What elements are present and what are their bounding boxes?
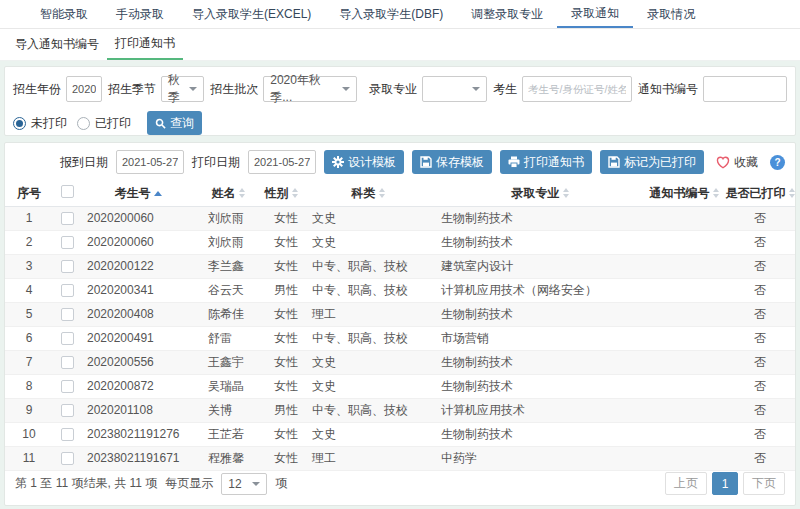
row-checkbox-cell bbox=[53, 422, 81, 446]
year-input[interactable] bbox=[66, 76, 102, 102]
row-checkbox-cell bbox=[53, 350, 81, 374]
sub-tab-1[interactable]: 导入通知书编号 bbox=[7, 29, 107, 60]
name-cell: 舒雷 bbox=[195, 326, 261, 350]
column-label: 录取专业 bbox=[512, 185, 560, 202]
major-select[interactable] bbox=[422, 76, 487, 102]
row-checkbox[interactable] bbox=[61, 284, 74, 297]
column-header[interactable]: 录取专业 bbox=[435, 181, 645, 206]
batch-select[interactable]: 2020年秋季... bbox=[263, 76, 357, 102]
printed-cell: 否 bbox=[723, 446, 796, 470]
row-checkbox[interactable] bbox=[61, 236, 74, 249]
prev-page-button[interactable]: 上页 bbox=[665, 472, 707, 495]
notice-no-cell bbox=[645, 206, 723, 230]
column-header[interactable]: 科类 bbox=[301, 181, 435, 206]
search-button[interactable]: 查询 bbox=[147, 111, 202, 135]
gender-cell: 男性 bbox=[261, 398, 301, 422]
row-checkbox[interactable] bbox=[61, 308, 74, 321]
column-label: 姓名 bbox=[212, 185, 236, 202]
printed-cell: 否 bbox=[723, 422, 796, 446]
save-template-button[interactable]: 保存模板 bbox=[412, 150, 492, 174]
nav-tab-7[interactable]: 录取情况 bbox=[633, 0, 709, 28]
chevron-down-icon bbox=[252, 482, 260, 486]
per-page-select[interactable]: 12 bbox=[221, 473, 267, 495]
row-checkbox[interactable] bbox=[61, 332, 74, 345]
nav-tab-1[interactable]: 智能录取 bbox=[26, 0, 102, 28]
notice-no-label: 通知书编号 bbox=[638, 81, 698, 98]
name-cell: 程雅馨 bbox=[195, 446, 261, 470]
column-header[interactable]: 通知书编号 bbox=[645, 181, 723, 206]
nav-tab-6[interactable]: 录取通知 bbox=[557, 0, 633, 28]
candidate-id-cell: 2020200341 bbox=[81, 278, 195, 302]
printed-cell: 否 bbox=[723, 302, 796, 326]
nav-tab-4[interactable]: 导入录取学生(DBF) bbox=[325, 0, 457, 28]
category-cell: 理工 bbox=[301, 302, 435, 326]
row-checkbox[interactable] bbox=[61, 356, 74, 369]
mark-printed-button[interactable]: 标记为已打印 bbox=[600, 150, 704, 174]
row-checkbox[interactable] bbox=[61, 260, 74, 273]
pagination-bar: 第 1 至 11 项结果, 共 11 项 每页显示 12 项 上页 1 下页 bbox=[5, 471, 795, 497]
favorite-button[interactable]: 收藏 bbox=[716, 154, 758, 171]
major-cell: 生物制药技术 bbox=[435, 302, 645, 326]
major-label: 录取专业 bbox=[369, 81, 417, 98]
print-notice-button[interactable]: 打印通知书 bbox=[500, 150, 592, 174]
season-select[interactable]: 秋季 bbox=[161, 76, 204, 102]
radio-unprinted[interactable] bbox=[13, 117, 26, 130]
sort-icon bbox=[292, 188, 298, 198]
sort-icon bbox=[789, 188, 795, 198]
candidate-id-cell: 2020201108 bbox=[81, 398, 195, 422]
radio-printed[interactable] bbox=[77, 117, 90, 130]
notice-no-cell bbox=[645, 422, 723, 446]
column-label: 序号 bbox=[17, 185, 41, 202]
column-header[interactable]: 姓名 bbox=[195, 181, 261, 206]
heart-icon bbox=[716, 156, 730, 169]
row-checkbox[interactable] bbox=[61, 212, 74, 225]
printed-cell: 否 bbox=[723, 278, 796, 302]
report-date-input[interactable] bbox=[116, 150, 184, 174]
table-row: 22020200060刘欣雨女性文史生物制药技术否 bbox=[5, 230, 796, 254]
select-all-checkbox[interactable] bbox=[61, 185, 74, 198]
chevron-down-icon bbox=[342, 87, 350, 91]
row-checkbox[interactable] bbox=[61, 380, 74, 393]
printed-cell: 否 bbox=[723, 326, 796, 350]
major-cell: 生物制药技术 bbox=[435, 350, 645, 374]
name-cell: 陈希佳 bbox=[195, 302, 261, 326]
column-header[interactable]: 是否已打印 bbox=[723, 181, 796, 206]
gender-cell: 女性 bbox=[261, 206, 301, 230]
row-checkbox[interactable] bbox=[61, 404, 74, 417]
sub-tab-2[interactable]: 打印通知书 bbox=[107, 29, 183, 60]
chevron-down-icon bbox=[472, 87, 480, 91]
print-date-input[interactable] bbox=[248, 150, 316, 174]
column-header[interactable]: 性别 bbox=[261, 181, 301, 206]
filter-row: 招生年份 招生季节 秋季 招生批次 2020年秋季... 录取专业 考生 通知书… bbox=[13, 76, 787, 102]
nav-tab-5[interactable]: 调整录取专业 bbox=[457, 0, 557, 28]
row-checkbox[interactable] bbox=[61, 428, 74, 441]
design-template-button[interactable]: 设计模板 bbox=[324, 150, 404, 174]
candidate-id-cell: 2020200060 bbox=[81, 206, 195, 230]
nav-tab-3[interactable]: 导入录取学生(EXCEL) bbox=[178, 0, 325, 28]
candidate-input[interactable] bbox=[522, 76, 632, 102]
major-cell: 计算机应用技术 bbox=[435, 398, 645, 422]
page-1-button[interactable]: 1 bbox=[712, 472, 738, 495]
column-header[interactable]: 考生号 bbox=[81, 181, 195, 206]
candidate-id-cell: 2020200060 bbox=[81, 230, 195, 254]
table-row: 1020238021191276王芷若女性文史生物制药技术否 bbox=[5, 422, 796, 446]
major-cell: 建筑室内设计 bbox=[435, 254, 645, 278]
column-label: 是否已打印 bbox=[726, 185, 786, 202]
printed-cell: 否 bbox=[723, 350, 796, 374]
notice-no-cell bbox=[645, 374, 723, 398]
category-cell: 文史 bbox=[301, 422, 435, 446]
nav-tab-2[interactable]: 手动录取 bbox=[102, 0, 178, 28]
notice-no-input[interactable] bbox=[703, 76, 787, 102]
print-notice-label: 打印通知书 bbox=[524, 154, 584, 171]
sort-icon bbox=[239, 188, 245, 198]
design-template-label: 设计模板 bbox=[348, 154, 396, 171]
table-row: 1120238021191671程雅馨女性理工中药学否 bbox=[5, 446, 796, 470]
row-index-cell: 7 bbox=[5, 350, 53, 374]
help-icon[interactable]: ? bbox=[770, 155, 785, 170]
next-page-button[interactable]: 下页 bbox=[743, 472, 785, 495]
row-index-cell: 4 bbox=[5, 278, 53, 302]
row-checkbox[interactable] bbox=[61, 452, 74, 465]
major-cell: 生物制药技术 bbox=[435, 422, 645, 446]
row-index-cell: 6 bbox=[5, 326, 53, 350]
name-cell: 谷云天 bbox=[195, 278, 261, 302]
